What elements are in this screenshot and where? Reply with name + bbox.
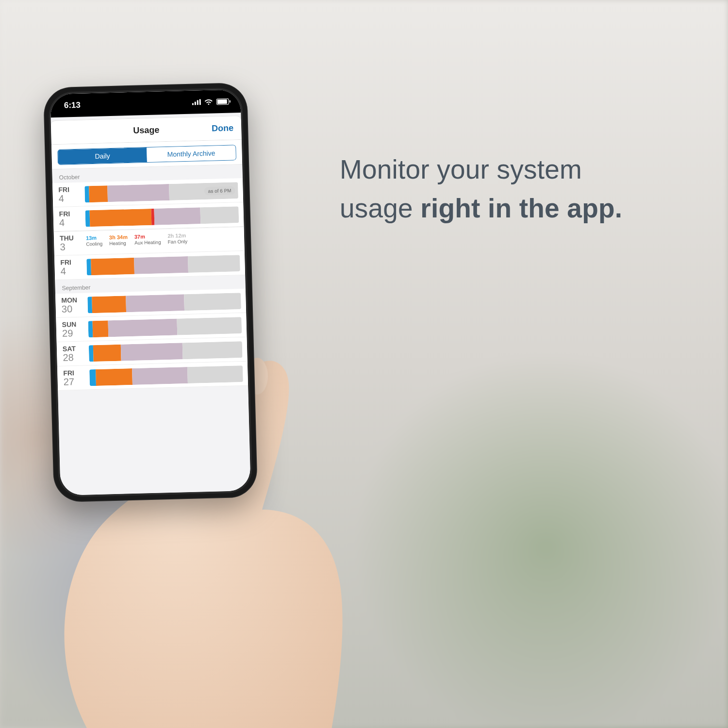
battery-icon <box>216 98 229 105</box>
legend-items: 13mCooling3h 34mHeating37mAux Heating2h … <box>86 230 240 247</box>
bar-segment-idle <box>187 365 243 383</box>
marketing-line1: Monitor your system <box>340 150 622 189</box>
bar-segment-fanonly <box>108 183 169 201</box>
bar-segment-idle <box>177 317 242 335</box>
bar-segment-heating <box>93 320 108 337</box>
usage-bar <box>85 206 239 227</box>
legend-item: 3h 34mHeating <box>109 234 128 247</box>
legend-item: 37mAux Heating <box>134 233 161 246</box>
signal-icon <box>192 99 201 105</box>
day-label: MON30 <box>61 296 83 314</box>
usage-bar <box>87 293 241 313</box>
usage-list[interactable]: OctoberFRI4as of 6 PMFRI4THU313mCooling3… <box>52 165 250 496</box>
status-bar: 6:13 <box>50 89 241 117</box>
page-title: Usage <box>133 125 160 135</box>
usage-bar <box>89 365 243 386</box>
bar-segment-idle <box>182 341 242 359</box>
status-icons <box>192 98 229 105</box>
usage-bar <box>86 255 240 275</box>
bar-segment-fanonly <box>108 318 178 337</box>
wifi-icon <box>204 99 213 105</box>
day-label: FRI4 <box>58 185 80 203</box>
as-of-badge: as of 6 PM <box>204 186 235 195</box>
phone-screen: 6:13 Usage Done Daily Monthly Archive <box>50 89 251 496</box>
legend-item: 13mCooling <box>86 235 103 248</box>
bar-segment-idle <box>188 255 240 273</box>
bar-segment-fanonly <box>154 207 201 225</box>
usage-bar <box>89 341 243 362</box>
nav-bar: Usage Done <box>51 116 242 145</box>
bar-segment-idle <box>200 206 239 224</box>
bar-segment-heating <box>96 368 133 386</box>
bar-segment-heating <box>92 296 126 313</box>
bar-segment-fanonly <box>132 367 188 385</box>
usage-bar <box>88 317 242 337</box>
usage-bar: as of 6 PM <box>84 182 238 202</box>
bar-segment-fanonly <box>121 343 182 361</box>
tab-monthly-archive[interactable]: Monthly Archive <box>147 145 236 162</box>
day-label: THU3 <box>60 234 82 252</box>
bar-segment-idle <box>184 293 241 311</box>
day-label: FRI4 <box>59 210 81 228</box>
bar-segment-fanonly <box>134 256 188 274</box>
phone-bezel: 6:13 Usage Done Daily Monthly Archive <box>48 87 253 497</box>
done-button[interactable]: Done <box>212 123 234 133</box>
day-label: SUN29 <box>62 320 83 338</box>
bar-segment-heating <box>93 344 121 361</box>
day-label: FRI27 <box>63 369 85 387</box>
marketing-line2: usage right in the app. <box>340 189 622 228</box>
bar-segment-fanonly <box>126 294 184 312</box>
marketing-copy: Monitor your system usage right in the a… <box>340 150 622 228</box>
bar-segment-heating <box>91 257 134 275</box>
status-time: 6:13 <box>64 100 81 111</box>
legend-item: 2h 12mFan Only <box>167 232 187 245</box>
phone-frame: 6:13 Usage Done Daily Monthly Archive <box>43 83 258 503</box>
day-label: SAT28 <box>63 345 84 363</box>
day-label: FRI4 <box>60 258 82 276</box>
bar-segment-cooling <box>89 369 96 386</box>
bar-segment-heating <box>90 208 151 226</box>
usage-row[interactable]: FRI27 <box>57 362 248 391</box>
tab-daily[interactable]: Daily <box>58 148 147 165</box>
bar-segment-heating <box>89 185 108 202</box>
